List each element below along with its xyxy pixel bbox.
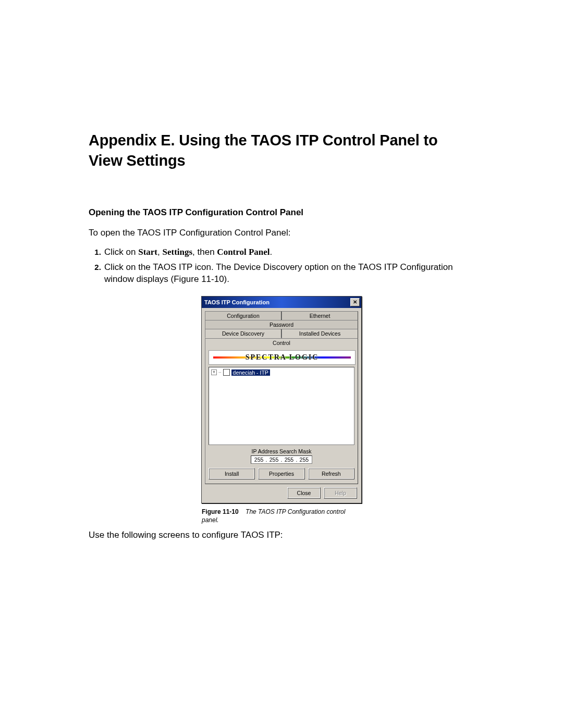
step1-start: Start (138, 247, 157, 257)
step1-text: Click on (104, 247, 138, 257)
tab-ethernet[interactable]: Ethernet (282, 311, 358, 320)
tab-password[interactable]: Password (205, 320, 358, 329)
tab-row-back: Configuration Ethernet Password (205, 311, 358, 329)
taos-itp-window: TAOS ITP Configuration ✕ Configuration E… (201, 296, 362, 503)
tab-content: SPECTRA LOGIC + ·· deneciah - ITP IP Add… (205, 347, 358, 484)
close-icon[interactable]: ✕ (350, 298, 360, 306)
tree-node-label[interactable]: deneciah - ITP (231, 369, 270, 376)
document-page: Appendix E. Using the TAOS ITP Control P… (0, 0, 563, 728)
ip-octet-1[interactable] (252, 456, 266, 463)
tab-configuration[interactable]: Configuration (205, 311, 282, 320)
step1-mid: , then (192, 247, 217, 257)
tab-control[interactable]: Control (205, 338, 358, 347)
properties-button[interactable]: Properties (258, 468, 304, 479)
tab-device-discovery[interactable]: Device Discovery (205, 329, 282, 338)
tree-node[interactable]: + ·· deneciah - ITP (211, 369, 352, 376)
help-button: Help (324, 487, 357, 499)
figure-caption: Figure 11-10 The TAOS ITP Configuration … (202, 508, 361, 524)
tree-checkbox[interactable] (223, 369, 230, 376)
figure-label: Figure 11-10 (202, 508, 239, 515)
intro-paragraph: To open the TAOS ITP Configuration Contr… (89, 227, 474, 239)
outro-paragraph: Use the following screens to configure T… (89, 529, 474, 541)
step-2: Click on the TAOS ITP icon. The Device D… (103, 262, 474, 286)
figure-wrap: TAOS ITP Configuration ✕ Configuration E… (89, 296, 474, 524)
close-button[interactable]: Close (287, 487, 321, 499)
spectra-logic-logo: SPECTRA LOGIC (209, 350, 356, 365)
window-body: Configuration Ethernet Password Device D… (202, 308, 361, 503)
section-heading: Opening the TAOS ITP Configuration Contr… (89, 207, 474, 218)
ip-section: IP Address Search Mask . . . (209, 445, 354, 466)
step1-settings: Settings (162, 247, 192, 257)
tree-connector: ·· (218, 369, 222, 375)
button-row: Install Properties Refresh (209, 466, 354, 480)
install-button[interactable]: Install (209, 468, 255, 479)
step-list: Click on Start, Settings, then Control P… (89, 246, 474, 286)
ip-octet-2[interactable] (267, 456, 281, 463)
titlebar: TAOS ITP Configuration ✕ (202, 297, 361, 308)
step-1: Click on Start, Settings, then Control P… (103, 246, 474, 258)
step1-controlpanel: Control Panel (217, 247, 270, 257)
bottom-button-row: Close Help (205, 484, 358, 500)
ip-label: IP Address Search Mask (209, 448, 354, 454)
ip-octet-4[interactable] (297, 456, 311, 463)
tab-installed-devices[interactable]: Installed Devices (282, 329, 358, 338)
device-tree[interactable]: + ·· deneciah - ITP (209, 367, 354, 445)
ip-octet-3[interactable] (282, 456, 296, 463)
tab-row-front: Device Discovery Installed Devices Contr… (205, 329, 358, 347)
refresh-button[interactable]: Refresh (308, 468, 354, 479)
window-title: TAOS ITP Configuration (204, 299, 270, 305)
step1-suffix: . (270, 247, 273, 257)
ip-fields[interactable]: . . . (251, 455, 313, 464)
expand-icon[interactable]: + (211, 369, 217, 375)
logo-text: SPECTRA LOGIC (246, 353, 319, 362)
appendix-title: Appendix E. Using the TAOS ITP Control P… (89, 130, 474, 171)
